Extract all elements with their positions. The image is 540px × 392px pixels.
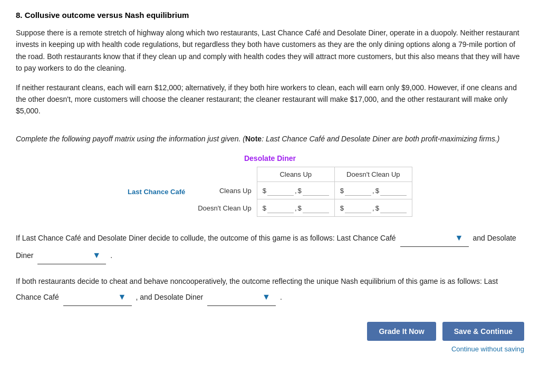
instruction-text: Complete the following payoff matrix usi… bbox=[16, 133, 524, 145]
footer-actions: Grade It Now Save & Continue Continue wi… bbox=[16, 322, 524, 353]
cell-noclean-noclean[interactable]: $ , $ bbox=[334, 199, 412, 217]
table-row: Doesn't Clean Up $ , $ $ bbox=[192, 199, 412, 217]
cell-noclean-clean-val1[interactable] bbox=[267, 203, 294, 213]
cell-clean-noclean-val2[interactable] bbox=[380, 185, 407, 196]
primary-buttons: Grade It Now Save & Continue bbox=[367, 322, 524, 341]
paragraph-1: Suppose there is a remote stretch of hig… bbox=[16, 27, 524, 74]
continue-without-saving-button[interactable]: Continue without saving bbox=[451, 345, 524, 353]
matrix-row-entity-label: Last Chance Café bbox=[128, 188, 185, 196]
collusion-dropdown1[interactable]: Cleans Up Doesn't Clean Up bbox=[400, 234, 465, 242]
collusion-dropdown2-wrapper[interactable]: Cleans Up Doesn't Clean Up ▼ bbox=[37, 247, 106, 264]
nash-dropdown2[interactable]: Cleans Up Doesn't Clean Up bbox=[207, 293, 272, 301]
matrix-row-entity-wrapper: Last Chance Café bbox=[128, 188, 189, 196]
row-header-cleans-up: Cleans Up bbox=[192, 182, 257, 199]
col-header-doesnt-clean-up: Doesn't Clean Up bbox=[334, 167, 412, 182]
nash-middle: , and Desolate Diner bbox=[136, 293, 204, 301]
cell-clean-clean-val2[interactable] bbox=[303, 185, 329, 196]
nash-sentence: If both restaurants decide to cheat and … bbox=[16, 274, 524, 306]
nash-dropdown2-wrapper[interactable]: Cleans Up Doesn't Clean Up ▼ bbox=[207, 289, 276, 306]
payoff-table: Cleans Up Doesn't Clean Up Cleans Up $ ,… bbox=[192, 167, 412, 217]
cell-noclean-clean[interactable]: $ , $ bbox=[257, 199, 334, 217]
cell-clean-clean[interactable]: $ , $ bbox=[257, 182, 334, 199]
collusion-dropdown2[interactable]: Cleans Up Doesn't Clean Up bbox=[37, 252, 102, 260]
empty-corner-cell bbox=[192, 167, 257, 182]
nash-dropdown1[interactable]: Cleans Up Doesn't Clean Up bbox=[63, 293, 128, 301]
collusion-suffix: . bbox=[110, 251, 112, 260]
cell-noclean-noclean-val2[interactable] bbox=[380, 203, 407, 213]
collusion-sentence: If Last Chance Café and Desolate Diner d… bbox=[16, 230, 524, 264]
save-continue-button[interactable]: Save & Continue bbox=[442, 322, 524, 341]
question-title: 8. Collusive outcome versus Nash equilib… bbox=[16, 11, 524, 20]
cell-noclean-noclean-val1[interactable] bbox=[345, 203, 371, 213]
cell-clean-noclean[interactable]: $ , $ bbox=[334, 182, 412, 199]
collusion-dropdown1-wrapper[interactable]: Cleans Up Doesn't Clean Up ▼ bbox=[400, 230, 469, 247]
paragraph-2: If neither restaurant cleans, each will … bbox=[16, 82, 524, 117]
table-row: Cleans Up $ , $ $ bbox=[192, 182, 412, 199]
nash-dropdown1-wrapper[interactable]: Cleans Up Doesn't Clean Up ▼ bbox=[63, 289, 132, 306]
collusion-prefix: If Last Chance Café and Desolate Diner d… bbox=[16, 234, 396, 242]
cell-clean-noclean-val1[interactable] bbox=[345, 185, 371, 196]
payoff-matrix-section: Desolate Diner Last Chance Café Cleans U… bbox=[16, 154, 524, 217]
col-header-cleans-up: Cleans Up bbox=[257, 167, 334, 182]
nash-suffix: . bbox=[280, 293, 282, 301]
cell-clean-clean-val1[interactable] bbox=[267, 185, 294, 196]
grade-button[interactable]: Grade It Now bbox=[367, 322, 436, 341]
cell-noclean-clean-val2[interactable] bbox=[303, 203, 329, 213]
row-header-doesnt-clean-up: Doesn't Clean Up bbox=[192, 199, 257, 217]
matrix-col-entity-label: Desolate Diner bbox=[16, 154, 524, 162]
